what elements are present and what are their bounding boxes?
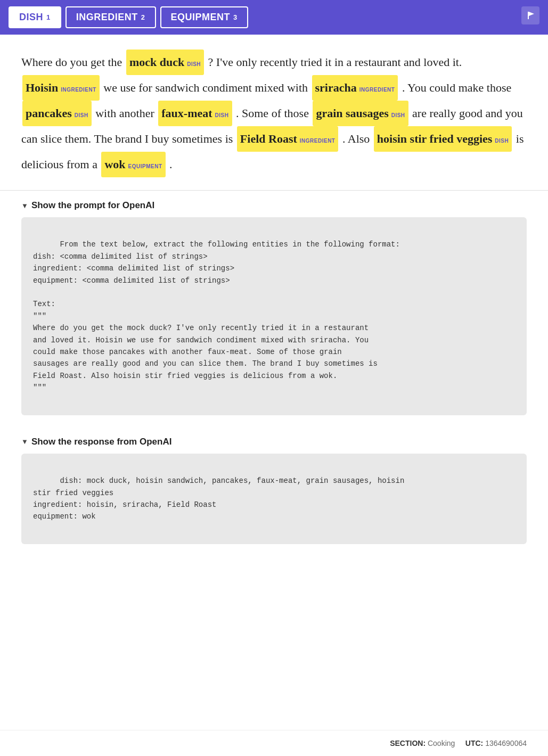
entity-faux-meat[interactable]: faux-meatDISH bbox=[158, 101, 232, 126]
prompt-content: From the text below, extract the followi… bbox=[33, 240, 400, 392]
entity-label-dish2: DISH bbox=[75, 110, 88, 121]
entity-text: sriracha bbox=[315, 76, 357, 100]
footer-section-label: SECTION: bbox=[390, 739, 426, 747]
entity-text: grain sausages bbox=[316, 102, 388, 125]
entity-sriracha[interactable]: srirachaINGREDIENT bbox=[312, 75, 398, 101]
entity-wok[interactable]: wokEQUIPMENT bbox=[101, 152, 165, 177]
entity-mock-duck[interactable]: mock duckDISH bbox=[126, 50, 204, 75]
text-segment: . bbox=[167, 158, 173, 171]
prompt-section: ▼ Show the prompt for OpenAI From the te… bbox=[0, 191, 548, 427]
tab-dish[interactable]: DISH 1 bbox=[9, 6, 61, 28]
response-section: ▼ Show the response from OpenAI dish: mo… bbox=[0, 427, 548, 556]
annotated-text-area: Where do you get the mock duckDISH ? I'v… bbox=[0, 35, 548, 191]
entity-text: Hoisin bbox=[26, 76, 58, 100]
tab-dish-label: DISH bbox=[19, 12, 43, 23]
entity-label-dish: DISH bbox=[187, 59, 201, 70]
svg-rect-0 bbox=[528, 12, 529, 19]
entity-text: wok bbox=[104, 153, 125, 176]
footer-utc-label: UTC: bbox=[465, 739, 483, 747]
text-segment: ? I've only recently tried it in a resta… bbox=[205, 55, 462, 69]
entity-label-dish5: DISH bbox=[495, 136, 509, 146]
response-code-block: dish: mock duck, hoisin sandwich, pancak… bbox=[21, 454, 527, 544]
tab-dish-number: 1 bbox=[46, 13, 51, 21]
prompt-header-label: Show the prompt for OpenAI bbox=[31, 200, 154, 211]
response-toggle[interactable]: ▼ Show the response from OpenAI bbox=[21, 437, 527, 454]
response-content: dish: mock duck, hoisin sandwich, pancak… bbox=[33, 476, 404, 521]
entity-text: mock duck bbox=[129, 51, 184, 74]
entity-text: Field Roast bbox=[240, 127, 297, 151]
flag-button[interactable] bbox=[521, 6, 539, 24]
text-segment: with another bbox=[93, 106, 158, 120]
entity-text: hoisin stir fried veggies bbox=[377, 127, 493, 151]
svg-marker-1 bbox=[529, 12, 534, 16]
entity-hoisin[interactable]: HoisinINGREDIENT bbox=[22, 75, 100, 101]
text-segment: Where do you get the bbox=[21, 55, 125, 69]
entity-label-ingredient3: INGREDIENT bbox=[300, 136, 336, 146]
footer: SECTION: Cooking UTC: 1364690064 bbox=[0, 730, 548, 756]
main-container: DISH 1 INGREDIENT 2 EQUIPMENT 3 Where do… bbox=[0, 0, 548, 756]
tab-ingredient-label: INGREDIENT bbox=[76, 12, 138, 23]
text-segment: we use for sandwich condiment mixed with bbox=[101, 81, 311, 94]
text-segment: . You could make those bbox=[399, 81, 511, 94]
entity-label-ingredient: INGREDIENT bbox=[61, 85, 96, 95]
prompt-triangle-icon: ▼ bbox=[21, 202, 28, 210]
tabs-header: DISH 1 INGREDIENT 2 EQUIPMENT 3 bbox=[0, 0, 548, 35]
tab-equipment-number: 3 bbox=[233, 13, 238, 21]
tab-ingredient[interactable]: INGREDIENT 2 bbox=[66, 6, 156, 28]
entity-label-dish4: DISH bbox=[391, 110, 405, 121]
tab-equipment[interactable]: EQUIPMENT 3 bbox=[160, 6, 248, 28]
response-triangle-icon: ▼ bbox=[21, 438, 28, 446]
tab-equipment-label: EQUIPMENT bbox=[171, 12, 231, 23]
tab-ingredient-number: 2 bbox=[141, 13, 145, 21]
entity-label-equipment: EQUIPMENT bbox=[128, 161, 162, 172]
prompt-code-block: From the text below, extract the followi… bbox=[21, 217, 527, 415]
entity-hoisin-stir-fried-veggies[interactable]: hoisin stir fried veggiesDISH bbox=[374, 126, 512, 152]
entity-pancakes[interactable]: pancakesDISH bbox=[22, 101, 92, 126]
response-header-label: Show the response from OpenAI bbox=[31, 437, 172, 447]
footer-section-value: Cooking bbox=[428, 739, 455, 747]
footer-utc-value: 1364690064 bbox=[485, 739, 527, 747]
entity-label-dish3: DISH bbox=[215, 110, 229, 121]
entity-text: pancakes bbox=[26, 102, 72, 125]
entity-field-roast[interactable]: Field RoastINGREDIENT bbox=[237, 126, 339, 152]
prompt-toggle[interactable]: ▼ Show the prompt for OpenAI bbox=[21, 200, 527, 217]
text-segment: . Also bbox=[339, 132, 372, 145]
entity-grain-sausages[interactable]: grain sausagesDISH bbox=[313, 101, 408, 126]
entity-text: faux-meat bbox=[161, 102, 212, 125]
entity-label-ingredient2: INGREDIENT bbox=[359, 85, 395, 95]
text-segment: . Some of those bbox=[233, 106, 312, 120]
